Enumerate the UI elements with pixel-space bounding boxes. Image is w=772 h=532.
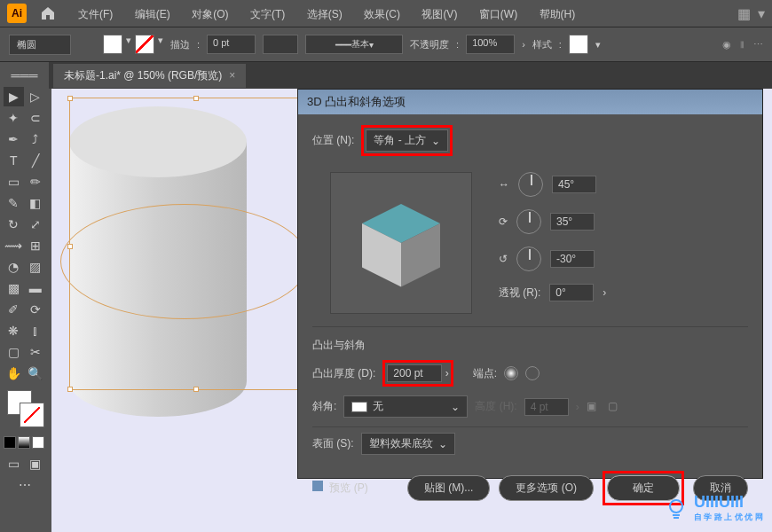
big-stroke-swatch[interactable] [20,403,44,427]
magic-wand-tool[interactable]: ✦ [4,108,24,128]
panel-caret-icon[interactable]: ▾ [758,5,765,22]
symbol-sprayer-tool[interactable]: ❋ [4,321,24,340]
shaper-tool[interactable]: ✎ [4,193,24,213]
free-transform-tool[interactable]: ⊞ [26,236,46,255]
cap-on-icon[interactable] [504,366,518,380]
cap-off-icon[interactable] [525,366,540,380]
menu-effect[interactable]: 效果(C) [364,8,400,20]
dialog-title: 3D 凸出和斜角选项 [298,90,762,114]
gradient-tool[interactable]: ▬ [26,278,46,298]
chevron-down-icon: ⌄ [438,438,447,450]
perspective-tool[interactable]: ▨ [26,257,46,277]
align-icon[interactable]: ◉ [722,39,731,51]
opacity-input[interactable]: 100% [466,35,515,54]
rotate-z-value[interactable]: -30° [550,250,595,268]
bevel-dropdown[interactable]: 无 ⌄ [343,395,468,418]
map-art-button[interactable]: 贴图 (M)... [407,475,490,501]
surface-dropdown[interactable]: 塑料效果底纹 ⌄ [361,433,455,455]
more-icon[interactable]: ⋯ [753,39,763,51]
extrude-depth-value[interactable]: 200 pt [387,364,442,382]
rotate-x-value[interactable]: 45° [552,176,596,193]
stroke-swatch[interactable] [135,35,154,54]
more-options-button[interactable]: 更多选项 (O) [499,475,594,501]
screen-mode-normal[interactable]: ▭ [4,454,24,473]
stroke-style-dropdown[interactable]: ━━━ 基本 ▾ [305,35,403,54]
extrude-bevel-section-label: 凸出与斜角 [312,338,748,353]
close-tab-icon[interactable]: × [229,69,235,82]
menu-file[interactable]: 文件(F) [78,8,113,20]
transform-icon[interactable]: ⫴ [740,39,744,51]
color-mode-none[interactable] [32,436,44,449]
perspective-stepper[interactable]: › [603,286,606,299]
style-swatch[interactable] [569,35,588,54]
eyedropper-tool[interactable]: ✐ [4,300,24,319]
stroke-caret-icon[interactable]: ▾ [158,35,163,54]
artboard-tool[interactable]: ▢ [4,342,24,362]
eraser-tool[interactable]: ◧ [26,193,46,213]
fill-swatch[interactable] [103,35,122,54]
graph-tool[interactable]: ⫿ [26,321,46,340]
color-mode-gradient[interactable] [18,436,30,449]
menu-edit[interactable]: 编辑(E) [135,8,170,20]
home-icon[interactable] [37,3,59,24]
style-label: 样式 [532,38,552,51]
style-caret-icon[interactable]: ▾ [595,39,601,51]
preview-checkbox[interactable]: 预览 (P) [312,481,368,496]
menu-help[interactable]: 帮助(H) [540,8,576,20]
extrude-depth-stepper[interactable]: › [445,367,449,379]
pen-tool[interactable]: ✒ [4,129,24,149]
rotate-z-dial[interactable] [516,246,541,271]
shape-selector[interactable]: 椭圆 [9,35,71,55]
bevel-out-icon[interactable]: ▢ [608,400,622,414]
curvature-tool[interactable]: ⤴ [26,129,46,149]
cap-label: 端点: [473,366,497,381]
perspective-value[interactable]: 0° [549,284,594,301]
control-bar: 椭圆 ▾ ▾ 描边: 0 pt ━━━ 基本 ▾ 不透明度: 100% › 样式… [0,27,772,62]
menu-view[interactable]: 视图(V) [421,8,457,20]
extrude-bevel-dialog: 3D 凸出和斜角选项 位置 (N): 等角 - 上方 ⌄ ↔ 45° [297,89,763,479]
stroke-weight-input[interactable]: 0 pt [207,35,256,54]
rotate-tool[interactable]: ↻ [4,215,24,234]
menu-window[interactable]: 窗口(W) [479,8,517,20]
bevel-in-icon[interactable]: ▣ [587,400,601,414]
rotate-y-dial[interactable] [516,209,541,234]
width-tool[interactable]: ⟿ [4,236,24,255]
stroke-label: 描边 [170,38,190,51]
grip-icon[interactable]: ═══ [4,66,45,85]
fill-stroke-indicator[interactable] [4,390,45,434]
position-dropdown[interactable]: 等角 - 上方 ⌄ [366,129,448,152]
menu-object[interactable]: 对象(O) [192,8,228,20]
brush-tool[interactable]: ✏ [26,172,46,192]
toolbox: ═══ ▶▷ ✦⊂ ✒⤴ T╱ ▭✏ ✎◧ ↻⤢ ⟿⊞ ◔▨ ▩▬ ✐⟳ ❋⫿ … [0,62,49,532]
rectangle-tool[interactable]: ▭ [4,172,24,192]
rotate-y-value[interactable]: 35° [550,213,595,231]
hand-tool[interactable]: ✋ [4,364,24,383]
edit-toolbar[interactable]: ⋯ [4,475,45,495]
menu-type[interactable]: 文字(T) [250,8,285,20]
mesh-tool[interactable]: ▩ [4,278,24,298]
cube-preview[interactable] [330,172,472,314]
bevel-label: 斜角: [312,399,336,414]
rotate-x-dial[interactable] [518,172,543,197]
panel-grid-icon[interactable]: ▦ [737,5,751,22]
menu-select[interactable]: 选择(S) [307,8,343,20]
zoom-tool[interactable]: 🔍 [26,364,46,383]
extrude-depth-label: 凸出厚度 (D): [312,366,375,381]
scale-tool[interactable]: ⤢ [26,215,46,234]
lasso-tool[interactable]: ⊂ [26,108,46,128]
slice-tool[interactable]: ✂ [26,342,46,362]
fill-caret-icon[interactable]: ▾ [126,35,131,54]
stroke-variable[interactable] [263,35,298,54]
bevel-height-stepper: › [576,401,579,413]
blend-tool[interactable]: ⟳ [26,300,46,319]
color-mode-fill[interactable] [4,436,16,449]
shape-builder-tool[interactable]: ◔ [4,257,24,277]
position-highlight: 等角 - 上方 ⌄ [361,125,453,156]
direct-selection-tool[interactable]: ▷ [26,87,46,106]
selection-tool[interactable]: ▶ [4,87,24,106]
document-tab[interactable]: 未标题-1.ai* @ 150% (RGB/预览) × [53,64,246,88]
screen-mode-full[interactable]: ▣ [26,454,46,473]
type-tool[interactable]: T [4,151,24,170]
line-tool[interactable]: ╱ [26,151,46,170]
opacity-caret-icon[interactable]: › [522,39,525,50]
